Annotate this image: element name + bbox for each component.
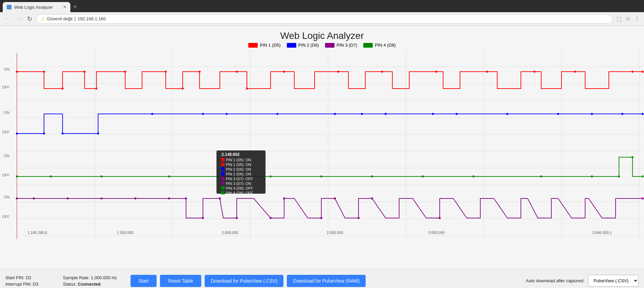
svg-text:ON: ON — [4, 154, 10, 158]
svg-rect-103 — [221, 158, 225, 161]
svg-point-81 — [631, 156, 634, 158]
svg-point-64 — [557, 113, 559, 115]
auto-download-select[interactable]: PulseView (.CSV) PulseView (RAW) None — [588, 275, 639, 287]
svg-point-37 — [182, 88, 184, 90]
svg-rect-117 — [221, 191, 225, 194]
svg-point-36 — [165, 71, 167, 73]
svg-point-76 — [422, 175, 424, 177]
svg-point-61 — [432, 113, 434, 115]
svg-text:ON: ON — [4, 195, 10, 199]
svg-rect-115 — [221, 186, 225, 190]
legend-item-pin4: PIN 4 (D8) — [363, 43, 395, 48]
reload-button[interactable]: ↻ — [26, 14, 33, 24]
chart-svg: ON OFF ON OFF ON OFF ON OFF — [0, 50, 644, 239]
forward-button[interactable]: → — [14, 14, 23, 24]
svg-text:3.000.000: 3.000.000 — [428, 231, 445, 235]
svg-point-54 — [151, 113, 153, 115]
svg-point-50 — [16, 133, 18, 135]
svg-point-62 — [456, 113, 458, 115]
svg-text:ON: ON — [4, 67, 10, 71]
svg-point-84 — [33, 197, 35, 199]
svg-text:OFF: OFF — [2, 173, 9, 177]
legend-color-pin1 — [248, 43, 258, 48]
svg-point-41 — [283, 71, 285, 73]
legend-label-pin2: PIN 2 (D6) — [298, 43, 319, 48]
svg-point-33 — [84, 71, 86, 73]
svg-point-77 — [473, 175, 475, 177]
svg-point-79 — [591, 175, 593, 177]
reset-table-button[interactable]: Reset Table — [160, 275, 201, 287]
svg-point-75 — [371, 175, 373, 177]
svg-point-98 — [371, 197, 373, 199]
svg-text:OFF: OFF — [2, 130, 9, 134]
svg-point-49 — [642, 71, 644, 73]
interrupt-pin-label: Interrupt PIN: D3 — [5, 282, 49, 287]
active-tab[interactable]: Web Logic Analyzer × — [3, 2, 70, 12]
start-button[interactable]: Start — [131, 275, 157, 287]
svg-point-35 — [124, 71, 126, 73]
svg-rect-107 — [221, 167, 225, 171]
svg-point-74 — [320, 175, 322, 177]
address-bar[interactable]: ⚠ Güvenli değil | 192.168.1.160 — [36, 14, 613, 24]
svg-text:3.686.059,1: 3.686.059,1 — [592, 231, 612, 235]
svg-text:PIN 1 (D5): ON: PIN 1 (D5): ON — [226, 158, 251, 162]
svg-point-31 — [43, 71, 45, 73]
svg-text:PIN 2 (D6): ON: PIN 2 (D6): ON — [226, 172, 251, 176]
svg-point-46 — [533, 71, 535, 73]
svg-point-71 — [168, 175, 170, 177]
tab-title: Web Logic Analyzer — [14, 5, 53, 10]
settings-button[interactable]: ⋮ — [633, 14, 641, 23]
legend-item-pin3: PIN 3 (D7) — [325, 43, 357, 48]
download-csv-button[interactable]: Download for PulseView (.CSV) — [205, 275, 283, 287]
svg-point-65 — [591, 113, 593, 115]
svg-point-70 — [100, 175, 102, 177]
svg-point-34 — [95, 88, 97, 90]
download-raw-button[interactable]: Download for PulseView (RAW) — [287, 275, 366, 287]
svg-point-86 — [100, 197, 102, 199]
svg-point-52 — [62, 133, 64, 135]
svg-point-82 — [642, 175, 644, 177]
svg-text:1.500.000: 1.500.000 — [117, 231, 134, 235]
svg-point-59 — [361, 113, 363, 115]
svg-point-58 — [334, 113, 336, 115]
svg-point-73 — [270, 175, 272, 177]
main-content: Web Logic Analyzer PIN 1 (D5) PIN 2 (D6)… — [0, 26, 644, 288]
tab-close-button[interactable]: × — [63, 4, 66, 10]
svg-point-32 — [62, 88, 64, 90]
bookmark-button[interactable]: ☆ — [624, 14, 632, 23]
svg-point-80 — [618, 175, 620, 177]
legend-color-pin3 — [325, 43, 335, 48]
svg-text:PIN 2 (D6): ON: PIN 2 (D6): ON — [226, 167, 251, 171]
bottom-info: Start PIN: D2 Interrupt PIN: D3 — [5, 275, 49, 287]
security-icon: ⚠ — [41, 16, 45, 22]
svg-point-56 — [226, 113, 228, 115]
svg-point-55 — [202, 113, 204, 115]
svg-point-94 — [283, 197, 285, 199]
svg-point-92 — [236, 217, 238, 219]
address-separator: | — [74, 16, 75, 21]
svg-point-85 — [67, 197, 69, 199]
back-button[interactable]: ← — [3, 14, 12, 24]
svg-text:1.190.280,8: 1.190.280,8 — [27, 231, 47, 235]
svg-point-91 — [219, 197, 221, 199]
svg-point-69 — [50, 175, 52, 177]
svg-point-96 — [334, 197, 336, 199]
svg-point-87 — [134, 197, 136, 199]
svg-point-93 — [270, 217, 272, 219]
svg-point-45 — [486, 71, 488, 73]
address-prefix: Güvenli değil — [47, 16, 72, 21]
screen-cast-button[interactable]: ⬚ — [615, 14, 623, 23]
svg-point-89 — [185, 197, 187, 199]
tab-favicon — [7, 5, 12, 9]
svg-point-68 — [16, 175, 18, 177]
new-tab-button[interactable]: + — [73, 3, 77, 11]
app-header: Web Logic Analyzer PIN 1 (D5) PIN 2 (D6)… — [0, 26, 644, 50]
svg-point-99 — [439, 217, 441, 219]
bottom-bar: Start PIN: D2 Interrupt PIN: D3 Sample R… — [0, 268, 644, 288]
sample-rate-label: Sample Rate: 1.000.000 Hz — [63, 275, 117, 280]
svg-text:OFF: OFF — [2, 215, 9, 219]
legend-label-pin4: PIN 4 (D8) — [375, 43, 395, 48]
svg-point-78 — [540, 175, 542, 177]
tab-bar: Web Logic Analyzer × + — [0, 0, 644, 12]
chart-area[interactable]: ON OFF ON OFF ON OFF ON OFF — [0, 50, 644, 239]
